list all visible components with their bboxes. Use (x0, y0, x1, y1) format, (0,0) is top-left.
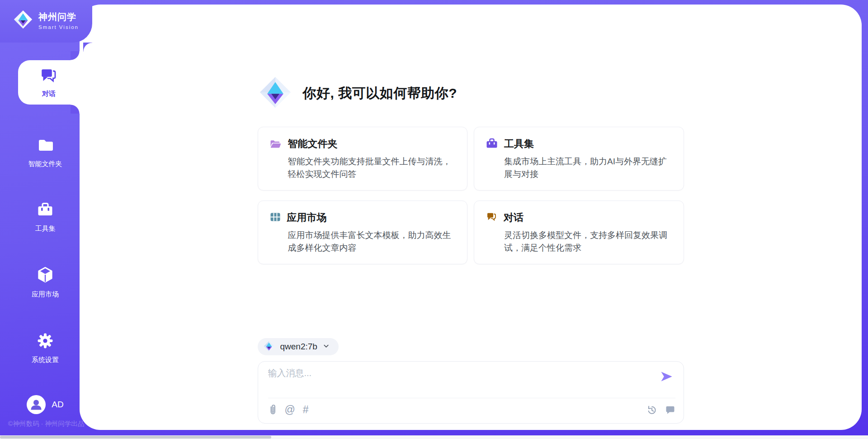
tab-fillet-top (71, 51, 80, 60)
sidebar: 神州问学 Smart Vision 对话 智能文件夹 (0, 0, 80, 439)
avatar (27, 395, 46, 414)
card-smart-folder[interactable]: 智能文件夹 智能文件夹功能支持批量文件上传与清洗，轻松实现文件问答 (258, 127, 468, 191)
composer-toolbar: @ # (268, 404, 675, 416)
sidebar-item-label: 对话 (42, 90, 56, 98)
sidebar-item-chat[interactable]: 对话 (18, 60, 80, 105)
sidebar-item-label: 系统设置 (32, 356, 59, 364)
corner-fillet (83, 43, 92, 52)
horizontal-scrollbar[interactable] (0, 435, 868, 439)
card-title: 应用市场 (287, 211, 327, 224)
folder-open-icon (270, 138, 282, 150)
card-title: 对话 (504, 211, 524, 224)
brand-diamond-icon (258, 75, 293, 112)
app-logo: 神州问学 Smart Vision (13, 9, 79, 32)
card-title: 工具集 (504, 137, 534, 151)
card-description: 灵活切换多模型文件，支持多样回复效果调试，满足个性化需求 (504, 229, 672, 254)
brand-subtitle: Smart Vision (38, 24, 79, 30)
send-icon[interactable] (659, 370, 674, 384)
user-initials: AD (52, 400, 63, 410)
sidebar-item-app-market[interactable]: 应用市场 (11, 265, 80, 299)
message-input[interactable] (268, 367, 644, 392)
card-description: 集成市场上主流工具，助力AI与外界无缝扩展与对接 (504, 155, 672, 180)
card-description: 应用市场提供丰富长文本模板，助力高效生成多样化文章内容 (288, 229, 456, 254)
sidebar-item-settings[interactable]: 系统设置 (11, 332, 80, 364)
card-description: 智能文件夹功能支持批量文件上传与清洗，轻松实现文件问答 (288, 155, 456, 180)
paperclip-icon[interactable] (268, 404, 277, 416)
feature-cards: 智能文件夹 智能文件夹功能支持批量文件上传与清洗，轻松实现文件问答 (258, 127, 684, 264)
sidebar-item-label: 应用市场 (32, 290, 59, 299)
main-panel: 你好, 我可以如何帮助你? 智能文件夹 智能文件夹功能支持批量文件上传与清洗，轻… (80, 5, 862, 430)
copyright-text: ©神州数码 · 神州问学出品 (0, 420, 92, 428)
composer-divider (268, 398, 675, 398)
message-composer: @ # (258, 361, 684, 424)
card-toolset[interactable]: 工具集 集成市场上主流工具，助力AI与外界无缝扩展与对接 (474, 127, 684, 191)
hashtag-icon[interactable]: # (303, 405, 309, 415)
cube-icon (36, 265, 55, 286)
brand-diamond-icon (13, 9, 33, 32)
chevron-down-icon (323, 343, 330, 351)
brand-name: 神州问学 (38, 11, 79, 23)
chat-bubbles-icon (39, 67, 58, 86)
greeting-block: 你好, 我可以如何帮助你? (258, 75, 684, 112)
sidebar-item-toolset[interactable]: 工具集 (11, 200, 80, 233)
folder-icon (36, 136, 54, 156)
brand-diamond-icon (263, 340, 275, 353)
history-icon[interactable] (646, 405, 657, 415)
toolbox-icon (36, 200, 54, 220)
card-chat[interactable]: 对话 灵活切换多模型文件，支持多样回复效果调试，满足个性化需求 (474, 200, 684, 264)
main-content: 你好, 我可以如何帮助你? 智能文件夹 智能文件夹功能支持批量文件上传与清洗，轻… (80, 5, 862, 430)
user-profile[interactable]: AD (11, 395, 80, 414)
model-selector[interactable]: qwen2:7b (258, 338, 339, 355)
tab-fillet-bottom (71, 105, 80, 114)
toolbox-icon (486, 138, 498, 150)
gear-icon (36, 332, 54, 352)
chat-bubbles-icon (486, 211, 497, 224)
sidebar-item-smart-folder[interactable]: 智能文件夹 (11, 136, 80, 168)
mention-icon[interactable]: @ (285, 405, 295, 415)
card-title: 智能文件夹 (288, 137, 338, 151)
model-name: qwen2:7b (280, 342, 317, 352)
greeting-title: 你好, 我可以如何帮助你? (303, 84, 458, 103)
grid-icon (270, 212, 281, 224)
card-app-market[interactable]: 应用市场 应用市场提供丰富长文本模板，助力高效生成多样化文章内容 (258, 200, 468, 264)
sidebar-item-label: 工具集 (35, 224, 56, 233)
sidebar-item-label: 智能文件夹 (28, 160, 62, 168)
chat-bubble-icon[interactable] (665, 405, 675, 415)
